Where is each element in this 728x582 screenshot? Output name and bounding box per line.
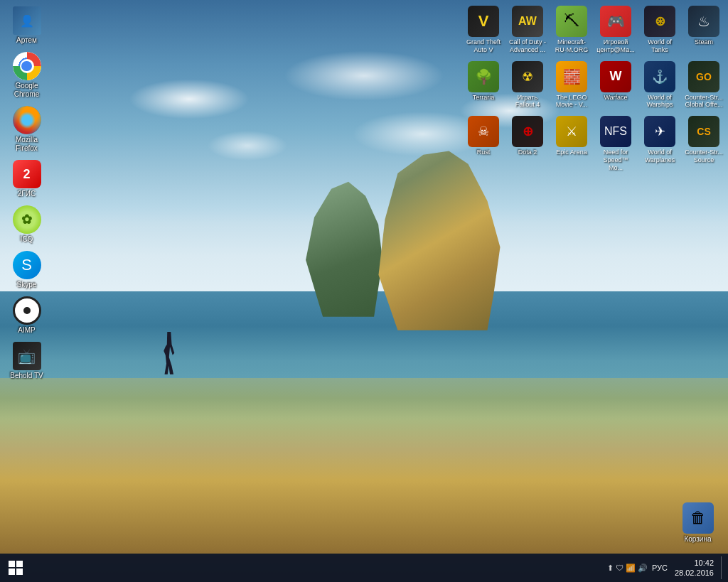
tray-icon-volume[interactable]: 🔊 [638, 564, 648, 573]
desktop-icon-2gis[interactable]: 2 2ГИС [4, 157, 50, 201]
desktop-icon-rust[interactable]: ☠ Rust [463, 114, 504, 173]
sidebar: 👤 Артем Google Chrome Mozilla Firefox [4, 4, 50, 383]
desktop-icon-epicarena[interactable]: ⚔ Epic Arena [551, 114, 592, 173]
warplanes-icon: ✈ [644, 116, 675, 147]
time-display: 10:42 [694, 558, 714, 568]
desktop-icon-cssource[interactable]: CS Counter-Str...Source [683, 114, 724, 173]
icon-label-wot: World ofTanks [648, 38, 671, 54]
icon-label-aimp: AIMP [18, 326, 35, 335]
skype-icon: S [13, 251, 41, 279]
wot-icon: ⊛ [644, 6, 675, 37]
desktop-icon-fallout4[interactable]: ☢ ИгратьFallout 4 [507, 59, 548, 112]
icon-label-gaming: Игровойцентр@Ма... [596, 38, 634, 54]
icon-label-warplanes: World ofWarplanes [645, 149, 675, 164]
csgo-icon: GO [688, 61, 719, 92]
desktop-icon-skype[interactable]: S Skype [4, 248, 50, 292]
taskbar-left [3, 555, 28, 581]
desktop-icon-behold[interactable]: 📺 Behold TV [4, 339, 50, 383]
recycle-bin-label: Корзина [684, 535, 711, 544]
firefox-icon [13, 106, 41, 134]
desktop-icon-terraria[interactable]: 🌳 Terraria [463, 59, 504, 112]
clock[interactable]: 10:42 28.02.2016 [672, 558, 717, 578]
icon-label-skype: Skype [17, 281, 37, 289]
icon-label-behold: Behold TV [10, 372, 43, 380]
gta5-icon: V [468, 6, 499, 37]
desktop-icon-icq[interactable]: ✿ ICQ [4, 203, 50, 247]
icon-label-dota2: Dota 2 [518, 149, 537, 156]
icon-label-2gis: 2ГИС [18, 190, 36, 198]
icon-label-warships: World ofWarships [646, 94, 673, 109]
terraria-icon: 🌳 [468, 61, 499, 92]
desktop-icon-minecraft[interactable]: ⛏ Minecraft-RU-M.ORG [551, 4, 592, 56]
tray-icon-1[interactable]: ⬆ [607, 564, 614, 573]
taskbar: ⬆ 🛡 📶 🔊 РУС 10:42 28.02.2016 [0, 554, 728, 582]
desktop-icon-steam[interactable]: ♨ Steam [683, 4, 724, 56]
2gis-icon: 2 [13, 160, 41, 188]
aimp-icon [13, 296, 41, 325]
icon-label-cssource: Counter-Str...Source [685, 149, 723, 164]
warships-icon: ⚓ [644, 61, 675, 92]
minecraft-icon: ⛏ [556, 6, 587, 37]
recycle-bin[interactable]: 🗑 Корзина [675, 500, 721, 546]
taskbar-right: ⬆ 🛡 📶 🔊 РУС 10:42 28.02.2016 [607, 556, 725, 579]
desktop: 👤 Артем Google Chrome Mozilla Firefox [0, 0, 728, 582]
tray-icon-2[interactable]: 🛡 [616, 564, 623, 572]
show-desktop-button[interactable] [721, 556, 725, 579]
fallout4-icon: ☢ [512, 61, 543, 92]
icon-label-artem: Артем [16, 36, 37, 45]
icon-label-lego: The LEGOMovie - V... [556, 94, 588, 109]
icon-label-chrome: Google Chrome [5, 82, 48, 99]
icon-label-minecraft: Minecraft-RU-M.ORG [555, 38, 589, 54]
cssource-icon: CS [688, 116, 719, 147]
desktop-icon-cod[interactable]: AW Call of Duty -Advanced ... [507, 4, 548, 56]
dota2-icon: ⊕ [512, 116, 543, 147]
icon-label-rust: Rust [477, 149, 491, 156]
gaming-icon: 🎮 [600, 6, 631, 37]
icon-label-gta5: Grand TheftAuto V [466, 38, 500, 54]
lego-icon: 🧱 [556, 61, 587, 92]
top-icons: V Grand TheftAuto V AW Call of Duty -Adv… [461, 4, 724, 174]
epicarena-icon: ⚔ [556, 116, 587, 147]
desktop-icon-gaming[interactable]: 🎮 Игровойцентр@Ма... [595, 4, 636, 56]
icq-icon: ✿ [13, 205, 41, 234]
desktop-icon-artem[interactable]: 👤 Артем [4, 4, 50, 48]
icon-label-epicarena: Epic Arena [556, 149, 587, 156]
icon-label-firefox: Mozilla Firefox [5, 136, 48, 153]
desktop-icon-dota2[interactable]: ⊕ Dota 2 [507, 114, 548, 173]
icon-label-icq: ICQ [21, 235, 33, 244]
cod-icon: AW [512, 6, 543, 37]
language-indicator[interactable]: РУС [652, 564, 668, 572]
desktop-icon-lego[interactable]: 🧱 The LEGOMovie - V... [551, 59, 592, 112]
desktop-icon-csgo[interactable]: GO Counter-Str...Global Offe... [683, 59, 724, 112]
desktop-icon-aimp[interactable]: AIMP [4, 293, 50, 338]
steam-icon: ♨ [688, 6, 719, 37]
icon-label-warface: Warface [604, 94, 627, 102]
icon-label-csgo: Counter-Str...Global Offe... [685, 94, 723, 109]
desktop-icon-gta5[interactable]: V Grand TheftAuto V [463, 4, 504, 56]
notification-area: ⬆ 🛡 📶 🔊 [607, 564, 648, 573]
recycle-bin-icon: 🗑 [682, 502, 714, 534]
nfs-icon: NFS [600, 116, 631, 147]
desktop-icon-chrome[interactable]: Google Chrome [4, 49, 50, 102]
icon-label-fallout4: ИгратьFallout 4 [515, 94, 540, 109]
language-label: РУС [652, 564, 668, 572]
desktop-icon-warplanes[interactable]: ✈ World ofWarplanes [639, 114, 680, 173]
desktop-icon-nfs[interactable]: NFS Need forSpeed™ Mo... [595, 114, 636, 173]
behold-icon: 📺 [13, 342, 41, 370]
start-logo [9, 561, 23, 575]
date-display: 28.02.2016 [675, 568, 714, 578]
icon-label-nfs: Need forSpeed™ Mo... [596, 149, 635, 171]
start-button[interactable] [3, 555, 28, 581]
desktop-icon-firefox[interactable]: Mozilla Firefox [4, 103, 50, 156]
tray-icon-network[interactable]: 📶 [626, 564, 636, 573]
desktop-icon-warships[interactable]: ⚓ World ofWarships [639, 59, 680, 112]
user-icon: 👤 [13, 6, 41, 35]
desktop-icon-wot[interactable]: ⊛ World ofTanks [639, 4, 680, 56]
rust-icon: ☠ [468, 116, 499, 147]
icon-label-cod: Call of Duty -Advanced ... [509, 38, 546, 54]
chrome-icon [13, 52, 41, 80]
warface-icon: W [600, 61, 631, 92]
desktop-icon-warface[interactable]: W Warface [595, 59, 636, 112]
icon-label-terraria: Terraria [473, 94, 495, 102]
bg-beach [0, 378, 728, 582]
